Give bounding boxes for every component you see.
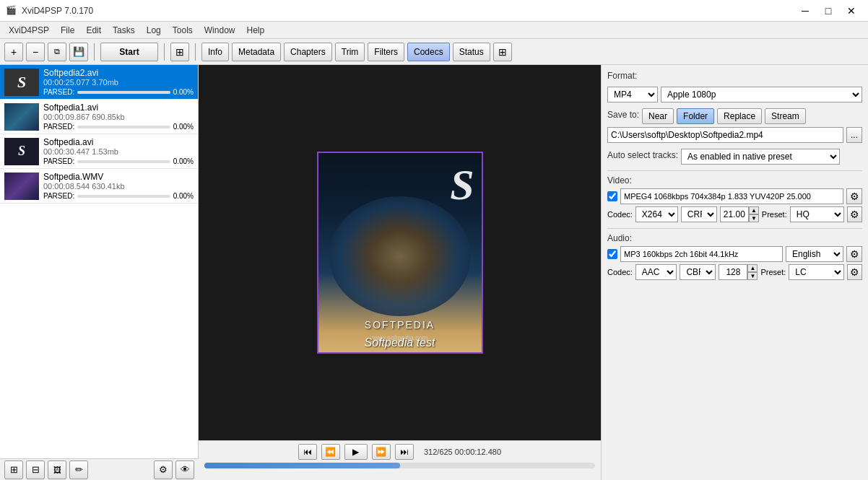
menu-help[interactable]: Help — [240, 24, 270, 37]
format-section: Format: MP4 Apple 1080p — [607, 71, 862, 102]
video-panel: S SOFTPEDIA www.softpedia.com Softpedia … — [199, 65, 601, 480]
video-crf-down[interactable]: ▼ — [749, 214, 759, 222]
skip-start-button[interactable]: ⏮ — [298, 444, 317, 460]
file-meta-1: 00:00:09.867 690.85kb — [43, 113, 194, 121]
eye-button[interactable]: 👁 — [175, 461, 194, 479]
video-crf-select[interactable]: CRF — [681, 206, 717, 222]
bottom-grid-btn-1[interactable]: ⊞ — [4, 461, 23, 479]
format-select[interactable]: MP4 — [607, 87, 658, 102]
add-button[interactable]: + — [4, 43, 23, 61]
maximize-button[interactable]: □ — [817, 4, 839, 18]
file-item-2[interactable]: S Softpedia.avi 00:00:30.447 1.53mb PARS… — [0, 134, 198, 169]
file-name-0: Softpedia2.avi — [43, 68, 194, 78]
title-bar: 🎬 XviD4PSP 7.0.170 ─ □ ✕ — [0, 0, 868, 22]
play-button[interactable]: ▶ — [344, 444, 368, 460]
info-tab-button[interactable]: Info — [201, 43, 229, 61]
trim-tab-button[interactable]: Trim — [335, 43, 365, 61]
audio-preset-select[interactable]: LC — [789, 264, 844, 280]
skip-end-button[interactable]: ⏭ — [395, 444, 414, 460]
browse-button[interactable]: ... — [846, 127, 862, 143]
save-button[interactable]: 💾 — [69, 43, 88, 61]
start-button[interactable]: Start — [100, 43, 158, 61]
expand-icon[interactable]: ⊞ — [170, 43, 189, 61]
file-item-0[interactable]: S Softpedia2.avi 00:00:25.077 3.70mb PAR… — [0, 65, 198, 100]
near-button[interactable]: Near — [642, 108, 674, 124]
video-preset-select[interactable]: HQ — [790, 206, 845, 222]
next-frame-button[interactable]: ⏩ — [372, 444, 391, 460]
expand-right-icon[interactable]: ⊞ — [493, 43, 512, 61]
file-thumb-0: S — [4, 69, 39, 96]
menu-xvid4psp[interactable]: XviD4PSP — [3, 24, 55, 37]
video-watermark-s: S — [450, 160, 474, 210]
progress-container-3: PARSED: 0.00% — [43, 192, 194, 200]
video-crf-up[interactable]: ▲ — [749, 206, 759, 214]
progress-container-2: PARSED: 0.00% — [43, 157, 194, 165]
format-row: Format: — [607, 71, 862, 84]
stream-button[interactable]: Stream — [765, 108, 806, 124]
path-row: ... — [607, 127, 862, 143]
video-crf-input[interactable] — [720, 206, 749, 222]
remove-button[interactable]: − — [26, 43, 45, 61]
close-button[interactable]: ✕ — [841, 4, 862, 18]
video-checkbox-label — [607, 191, 617, 201]
menu-edit[interactable]: Edit — [80, 24, 107, 37]
menu-file[interactable]: File — [55, 24, 80, 37]
replace-button[interactable]: Replace — [717, 108, 762, 124]
audio-lang-select[interactable]: English — [786, 246, 843, 262]
audio-info-row: MP3 160kbps 2ch 16bit 44.1kHz English ⚙ — [607, 246, 862, 262]
audio-bitrate-spinner: ▲ ▼ — [747, 264, 758, 280]
video-codec-select[interactable]: X264 — [635, 206, 678, 222]
preset-select[interactable]: Apple 1080p — [661, 87, 862, 102]
metadata-tab-button[interactable]: Metadata — [232, 43, 281, 61]
audio-codec-select[interactable]: AAC — [635, 264, 677, 280]
bottom-pencil-btn[interactable]: ✏ — [69, 461, 88, 479]
seek-bar[interactable] — [204, 463, 595, 468]
auto-select-dropdown[interactable]: As enabled in native preset — [681, 149, 840, 165]
audio-preset-prefix: Preset: — [760, 268, 786, 276]
video-info-row: MPEG4 1068kbps 704x384p 1.833 YUV420P 25… — [607, 188, 862, 204]
menu-log[interactable]: Log — [141, 24, 167, 37]
video-checkbox[interactable] — [607, 191, 617, 201]
bottom-grid-btn-2[interactable]: ⊟ — [26, 461, 45, 479]
video-gear-button[interactable]: ⚙ — [846, 188, 862, 204]
filters-tab-button[interactable]: Filters — [368, 43, 404, 61]
video-label: Video: — [607, 175, 862, 186]
chapters-tab-button[interactable]: Chapters — [284, 43, 332, 61]
audio-checkbox[interactable] — [607, 249, 617, 259]
file-meta-3: 00:00:08.544 630.41kb — [43, 182, 194, 191]
format-select-row: MP4 Apple 1080p — [607, 87, 862, 102]
file-info-1: Softpedia1.avi 00:00:09.867 690.85kb PAR… — [43, 102, 194, 131]
thumb-letter-2: S — [18, 144, 25, 159]
save-to-label: Save to: — [607, 110, 639, 120]
menu-tools[interactable]: Tools — [167, 24, 199, 37]
progress-bg-2 — [77, 160, 170, 163]
bottom-grid-btn-3[interactable]: 🖼 — [48, 461, 66, 479]
save-path-input[interactable] — [607, 127, 843, 143]
folder-button[interactable]: Folder — [677, 108, 714, 124]
prev-frame-button[interactable]: ⏪ — [321, 444, 340, 460]
audio-cbr-select[interactable]: CBR — [680, 264, 716, 280]
video-info-display: MPEG4 1068kbps 704x384p 1.833 YUV420P 25… — [620, 188, 843, 204]
file-thumb-2: S — [4, 138, 39, 165]
menu-window[interactable]: Window — [199, 24, 241, 37]
video-preset-gear-button[interactable]: ⚙ — [847, 206, 862, 222]
audio-gear-button[interactable]: ⚙ — [846, 246, 862, 262]
settings-button[interactable]: ⚙ — [154, 461, 173, 479]
file-item-3[interactable]: Softpedia.WMV 00:00:08.544 630.41kb PARS… — [0, 169, 198, 204]
menu-tasks[interactable]: Tasks — [107, 24, 141, 37]
file-item-1[interactable]: Softpedia1.avi 00:00:09.867 690.85kb PAR… — [0, 100, 198, 134]
file-thumb-1 — [4, 103, 39, 131]
audio-bitrate-down[interactable]: ▼ — [747, 272, 758, 280]
audio-preset-gear-button[interactable]: ⚙ — [847, 264, 862, 280]
codecs-tab-button[interactable]: Codecs — [407, 43, 450, 61]
progress-container-0: PARSED: 0.00% — [43, 88, 194, 96]
minimize-button[interactable]: ─ — [794, 4, 816, 18]
status-tab-button[interactable]: Status — [453, 43, 490, 61]
codec-prefix-label: Codec: — [607, 210, 633, 219]
audio-bitrate-input[interactable] — [719, 264, 747, 280]
file-name-3: Softpedia.WMV — [43, 172, 194, 182]
clone-button[interactable]: ⧉ — [48, 43, 66, 61]
file-info-2: Softpedia.avi 00:00:30.447 1.53mb PARSED… — [43, 137, 194, 165]
file-name-1: Softpedia1.avi — [43, 102, 194, 113]
audio-bitrate-up[interactable]: ▲ — [747, 264, 758, 272]
